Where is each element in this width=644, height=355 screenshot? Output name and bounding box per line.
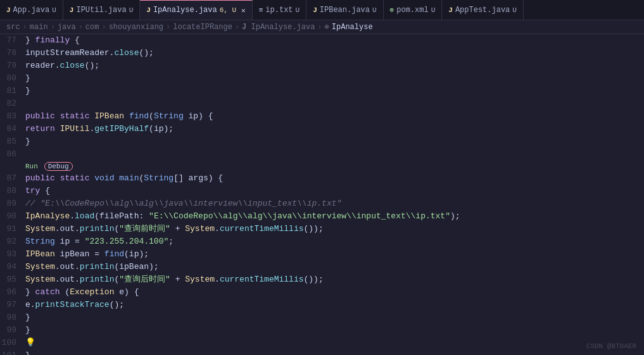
code-line-96: 96 } catch (Exception e) { [0,286,644,299]
tab-label: App.java [13,6,50,15]
run-debug-line: Run Debug [0,161,644,172]
tab-ipanalyse-java[interactable]: J IpAnalyse.java 6, U ✕ [140,0,252,20]
tab-modifier-apptest: U [512,6,517,14]
tab-icon-j2: J [70,6,74,14]
tab-pom-xml[interactable]: ⊕ pom.xml U [384,0,443,20]
code-line-89: 89 // "E:\\CodeRepo\\alg\\alg\\java\\int… [0,197,644,210]
code-line-77: 77 } finally { [0,34,644,47]
code-line-86: 86 [0,148,644,161]
tab-icon-j5: J [448,6,453,14]
tab-icon-j: J [6,6,11,14]
tab-label-iptxt: ip.txt [265,6,293,15]
tab-modifier-iputil: U [129,6,134,14]
code-line-92: 92 String ip = "223.255.204.100"; [0,235,644,248]
watermark: CSDN @BTDAER [586,342,636,350]
tab-icon-txt: ≡ [259,6,263,14]
tab-modifier-ipbean: U [372,6,377,14]
tab-ip-txt[interactable]: ≡ ip.txt U [253,0,306,20]
tab-modifier-iptxt: U [296,6,300,14]
code-line-83: 83 public static IPBean find(String ip) … [0,110,644,123]
tab-label-ipanalyse: IpAnalyse.java [153,6,217,15]
tab-bar: J App.java U J IPUtil.java U J IpAnalyse… [0,0,644,20]
tab-close-button[interactable]: ✕ [241,6,246,15]
breadcrumb: src › main › java › com › shouyanxiang ›… [0,20,644,34]
tab-icon-rss: ⊕ [390,6,395,14]
code-line-97: 97 e.printStackTrace(); [0,299,644,311]
tab-app-java[interactable]: J App.java U [0,0,63,20]
code-line-91: 91 System.out.println("查询前时间" + System.c… [0,223,644,235]
tab-apptest-java[interactable]: J AppTest.java U [442,0,524,20]
code-line-88: 88 try { [0,185,644,197]
tab-icon-j3: J [146,6,151,14]
code-line-84: 84 return IPUtil.getIPByHalf(ip); [0,123,644,135]
tab-label-apptest: AppTest.java [455,6,510,15]
code-line-87: 87 public static void main(String[] args… [0,172,644,185]
code-line-94: 94 System.out.println(ipBean); [0,261,644,273]
tab-iputil-java[interactable]: J IPUtil.java U [63,0,140,20]
code-line-80: 80 } [0,72,644,85]
code-line-99: 99 } [0,324,644,337]
run-label[interactable]: Run [25,163,38,170]
tab-modifier-pom: U [431,6,436,14]
code-editor: 77 } finally { 78 inputStreamReader.clos… [0,34,644,355]
code-line-79: 79 reader.close(); [0,59,644,72]
code-line-95: 95 System.out.println("查询后时间" + System.c… [0,273,644,286]
tab-icon-j4: J [313,6,317,14]
debug-label[interactable]: Debug [44,162,73,171]
code-line-101: 101 } [0,349,644,355]
tab-label-pom: pom.xml [396,6,428,15]
code-line-82: 82 [0,97,644,110]
code-line-85: 85 } [0,135,644,148]
code-line-90: 90 IpAnalyse.load(filePath: "E:\\CodeRep… [0,210,644,223]
code-line-98: 98 } [0,311,644,324]
tab-modifier-ipanalyse: 6, U [220,6,236,14]
code-line-100: 100 💡 [0,337,644,349]
code-line-93: 93 IPBean ipBean = find(ip); [0,248,644,261]
tab-label-iputil: IPUtil.java [76,6,126,15]
code-line-81: 81 } [0,85,644,97]
code-line-78: 78 inputStreamReader.close(); [0,47,644,59]
tab-modifier: U [52,6,56,14]
tab-ipbean-java[interactable]: J IPBean.java U [306,0,383,20]
tab-label-ipbean: IPBean.java [320,6,370,15]
